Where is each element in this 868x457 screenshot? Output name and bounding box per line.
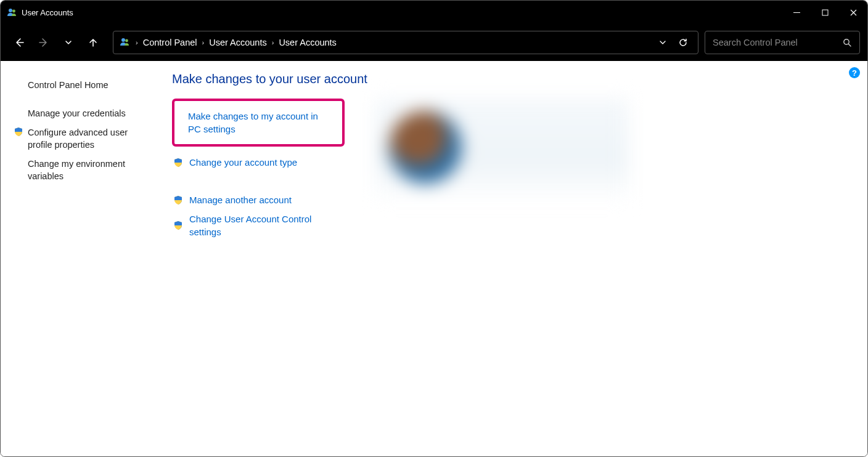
control-panel-home-link[interactable]: Control Panel Home	[10, 76, 152, 95]
help-button[interactable]: ?	[849, 67, 860, 78]
account-info-card	[375, 99, 628, 203]
chevron-right-icon: ›	[201, 39, 206, 46]
sidebar-item-label: Configure advanced user profile properti…	[28, 127, 150, 151]
sidebar-item-label: Change my environment variables	[28, 158, 150, 182]
titlebar: User Accounts	[1, 1, 867, 24]
sidebar-item-credentials[interactable]: Manage your credentials	[10, 104, 152, 124]
sidebar-item-env-vars[interactable]: Change my environment variables	[10, 155, 152, 186]
search-input[interactable]	[713, 38, 843, 47]
breadcrumb-root[interactable]: Control Panel	[139, 35, 201, 50]
breadcrumb-mid[interactable]: User Accounts	[205, 35, 271, 50]
back-button[interactable]	[8, 31, 30, 54]
sidebar-home-label: Control Panel Home	[28, 79, 108, 92]
option-label: Change your account type	[189, 156, 297, 169]
shield-icon	[173, 195, 183, 205]
main-content: Make changes to your user account Make c…	[160, 61, 867, 457]
recent-locations-button[interactable]	[57, 31, 80, 54]
option-manage-another-account[interactable]: Manage another account	[172, 190, 345, 209]
sidebar-item-label: Manage your credentials	[28, 108, 126, 120]
shield-icon	[173, 158, 183, 168]
options-column: Make changes to my account in PC setting…	[172, 99, 345, 241]
search-box[interactable]	[705, 31, 860, 54]
svg-rect-2	[822, 10, 828, 15]
sidebar-item-profile-properties[interactable]: Configure advanced user profile properti…	[10, 123, 152, 155]
address-dropdown-button[interactable]	[658, 38, 667, 47]
page-heading: Make changes to your user account	[172, 72, 855, 86]
window-title: User Accounts	[22, 8, 782, 17]
option-label: Change User Account Control settings	[189, 212, 345, 238]
option-change-account-type[interactable]: Change your account type	[172, 153, 345, 172]
pc-settings-link[interactable]: Make changes to my account in PC setting…	[188, 111, 318, 134]
chevron-right-icon: ›	[271, 39, 276, 46]
maximize-button[interactable]	[811, 1, 839, 24]
breadcrumb-leaf[interactable]: User Accounts	[275, 35, 340, 50]
address-icon	[120, 37, 131, 48]
option-label: Manage another account	[189, 193, 292, 206]
shield-icon	[13, 127, 24, 137]
chevron-right-icon: ›	[134, 39, 139, 46]
address-bar[interactable]: › Control Panel › User Accounts › User A…	[113, 31, 698, 54]
up-button[interactable]	[82, 31, 104, 54]
forward-button[interactable]	[33, 31, 55, 54]
page-body: ? Control Panel Home Manage your credent…	[1, 61, 867, 457]
navbar: › Control Panel › User Accounts › User A…	[1, 24, 867, 61]
app-icon	[7, 7, 17, 17]
refresh-button[interactable]	[678, 38, 688, 47]
highlighted-option: Make changes to my account in PC setting…	[172, 99, 345, 147]
minimize-button[interactable]	[782, 1, 811, 24]
option-uac-settings[interactable]: Change User Account Control settings	[172, 209, 345, 241]
search-icon[interactable]	[843, 38, 852, 47]
shield-icon	[173, 220, 183, 230]
close-button[interactable]	[839, 1, 867, 24]
sidebar: Control Panel Home Manage your credentia…	[1, 61, 160, 457]
